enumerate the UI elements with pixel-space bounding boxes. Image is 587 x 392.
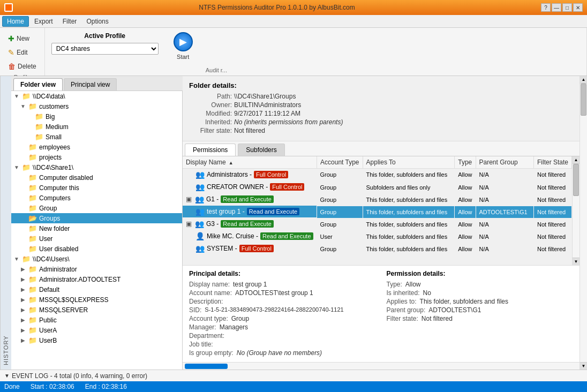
tree-item-computers[interactable]: 📁 Computers [11,193,182,203]
menu-home[interactable]: Home [2,16,29,27]
tree-label-mssqlsqlexpress: MSSQL$SQLEXPRESS [39,296,108,304]
permissions-scrollbar[interactable]: ▲ ▼ [572,156,580,265]
tree-item-group[interactable]: 📁 Group [11,203,182,213]
tree-item-projects[interactable]: 📁 projects [11,152,182,162]
audit-label: Audit r... [206,67,582,73]
table-row[interactable]: 👥 SYSTEM - Full Control Group This folde… [183,243,572,255]
scroll-down[interactable]: ▼ [573,258,580,265]
tree-label-administrator: Administrator [39,266,77,273]
tree-item-dc4share1[interactable]: ▼ 📁 \\DC4\Share1\ [11,162,182,172]
tab-principal-view[interactable]: Principal view [64,78,117,91]
tree-item-default[interactable]: ▶ 📁 Default [11,284,182,295]
tree-item-public[interactable]: ▶ 📁 Public [11,315,182,325]
cell-type: Allow [455,193,476,206]
new-button[interactable]: ✚ New [4,32,33,45]
tree-item-newfolder[interactable]: 📁 New folder [11,223,182,233]
name-text: G3 - [206,220,219,228]
table-row[interactable]: 👤 Mike MC. Cruise - Read and Execute Use… [183,230,572,243]
col-type[interactable]: Type [455,156,476,169]
main-scrollbar[interactable]: ▲ ▼ [580,76,587,370]
help-button[interactable]: ? [541,3,551,12]
cell-display-name: ▣👥 G1 - Read and Execute [183,193,317,206]
main-scroll-track[interactable] [580,84,587,362]
tree-item-userb[interactable]: ▶ 📁 UserB [11,335,182,345]
tab-subfolders[interactable]: Subfolders [238,144,284,156]
app-icon [4,3,13,12]
tree-label-computerthis: Computer this [39,184,79,192]
tree-item-userdisabled[interactable]: 📁 User disabled [11,244,182,254]
main-scroll-down[interactable]: ▼ [580,362,587,370]
tree-item-computerthis[interactable]: 📁 Computer this [11,183,182,193]
expander-mssqlserver: ▶ [20,307,26,313]
table-row[interactable]: ▣👥 G1 - Read and Execute Group This fold… [183,193,572,206]
tree-item-employees[interactable]: 📁 employees [11,142,182,152]
main-scroll-up[interactable]: ▲ [580,76,587,84]
event-log-arrow: ▼ [4,373,10,379]
col-filter-state[interactable]: Filter State [533,156,571,169]
scroll-up[interactable]: ▲ [573,156,580,164]
menu-options[interactable]: Options [82,17,112,26]
tree-item-administrator[interactable]: ▶ 📁 Administrator [11,264,182,274]
menu-export[interactable]: Export [30,17,57,26]
manager-value: Managers [220,323,248,331]
edit-button[interactable]: ✎ Edit [4,46,32,59]
tree-item-small[interactable]: 📁 Small [11,132,182,142]
cell-parent-group: N/A [476,169,533,182]
tree-item-customers[interactable]: ▼ 📁 customers [11,101,182,111]
tree-item-groups[interactable]: 📂 Groups [11,213,182,223]
main-scroll-thumb[interactable] [581,84,586,116]
col-account-type[interactable]: Account Type [317,156,363,169]
delete-button[interactable]: 🗑 Delete [4,60,40,73]
tab-permissions[interactable]: Permissions [185,144,236,156]
tree-item-medium[interactable]: 📁 Medium [11,122,182,132]
tree-label-computerdisabled: Computer disabled [39,174,93,182]
name-text: SYSTEM - [207,245,237,252]
status-end: End : 02:38:16 [85,383,127,390]
scroll-thumb[interactable] [573,164,579,196]
cell-parent-group: N/A [476,218,533,230]
account-type-pair: Account type: Group [189,315,376,322]
tree-item-dc4data[interactable]: ▼ 📁 \\DC4\data\ [11,91,182,101]
right-panel: Folder details: Path: \\DC4\Share1\Group… [183,76,580,370]
hscroll-thumb[interactable] [185,364,228,369]
bottom-details: Principal details: Display name: test gr… [183,265,580,362]
tree-label-big: Big [46,113,55,120]
manager-pair: Manager: Managers [189,323,376,331]
description-pair: Description: [189,298,376,305]
tree-item-administratorad[interactable]: ▶ 📁 Administrator.ADTOOLTEST [11,274,182,284]
table-row[interactable]: ▣👥 G3 - Read and Execute Group This fold… [183,218,572,230]
history-button[interactable]: HISTORY [0,76,11,370]
tree-item-user[interactable]: 📁 User [11,233,182,244]
name-text: Administrators - [207,171,252,178]
maximize-button[interactable]: □ [562,3,572,12]
display-name-label: Display name: [189,281,230,288]
event-log[interactable]: ▼ EVENT LOG - 4 total (0 info, 4 warning… [0,370,587,381]
start-button[interactable]: ▶ Start [165,28,201,76]
horizontal-scrollbar[interactable] [183,362,580,370]
modified-label: Modified: [189,110,232,117]
table-row[interactable]: 👥 CREATOR OWNER - Full Control Group Sub… [183,181,572,193]
col-parent-group[interactable]: Parent Group [476,156,533,169]
minimize-button[interactable]: — [552,3,561,12]
tree-item-mssqlsqlexpress[interactable]: ▶ 📁 MSSQL$SQLEXPRESS [11,295,182,305]
col-display-name[interactable]: Display Name ▲ [183,156,317,169]
tree-item-computerdisabled[interactable]: 📁 Computer disabled [11,172,182,183]
tree-item-usera[interactable]: ▶ 📁 UserA [11,325,182,335]
table-row[interactable]: 👥 Administrators - Full Control Group Th… [183,169,572,182]
close-button[interactable]: ✕ [573,3,583,12]
tab-folder-view[interactable]: Folder view [13,78,63,91]
table-row[interactable]: 👥 test group 1 - Read and Execute Group … [183,206,572,218]
col-applies-to[interactable]: Applies To [363,156,455,169]
scroll-track[interactable] [573,164,580,258]
menu-filter[interactable]: Filter [58,17,81,26]
profile-select[interactable]: DC4 shares [51,43,159,55]
perm-badge: Read and Execute [260,232,313,240]
tree-label-user: User [39,235,52,243]
cell-account-type: Group [317,193,363,206]
tree-item-dc4users[interactable]: ▼ 📁 \\DC4\Users\ [11,254,182,264]
tree-label-newfolder: New folder [39,225,70,232]
start-label: Start [177,54,189,60]
expander-administratorad: ▶ [20,276,26,282]
tree-item-mssqlserver[interactable]: ▶ 📁 MSSQLSERVER [11,305,182,315]
tree-item-big[interactable]: 📁 Big [11,111,182,122]
